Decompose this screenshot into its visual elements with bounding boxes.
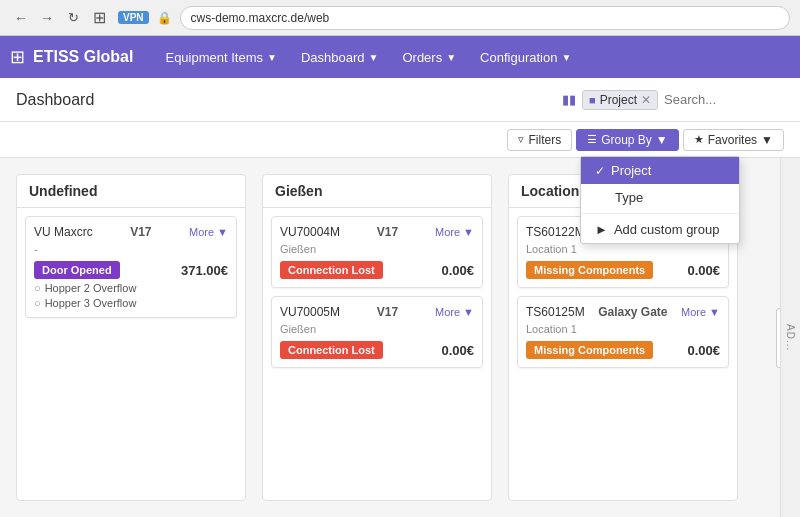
nav-arrow-equipment: ▼ (267, 52, 277, 63)
status-badge: Connection Lost (280, 341, 383, 359)
card-id: TS60122M (526, 225, 585, 239)
nav-equipment-items[interactable]: Equipment Items ▼ (153, 36, 288, 78)
tag-label: Project (600, 93, 637, 107)
list-item: ○ Hopper 2 Overflow (34, 282, 228, 294)
card-id: VU Maxcrc (34, 225, 93, 239)
back-button[interactable]: ← (10, 7, 32, 29)
card-subtitle: Location 1 (526, 323, 720, 335)
group-by-arrow: ▼ (656, 133, 668, 147)
card-header: TS60125M Galaxy Gate More ▼ (526, 305, 720, 319)
refresh-button[interactable]: ↻ (62, 7, 84, 29)
favorites-button[interactable]: ★ Favorites ▼ (683, 129, 784, 151)
nav-arrow-orders: ▼ (446, 52, 456, 63)
nav-configuration[interactable]: Configuration ▼ (468, 36, 583, 78)
tag-filter-icon: ■ (589, 94, 596, 106)
card-version: Galaxy Gate (598, 305, 667, 319)
status-badge: Missing Components (526, 261, 653, 279)
card-status-row: Missing Components 0.00€ (526, 341, 720, 359)
secondary-header: Dashboard ▮▮ ■ Project ✕ (0, 78, 800, 122)
filters-button[interactable]: ▿ Filters (507, 129, 572, 151)
card-amount: 0.00€ (441, 343, 474, 358)
card-header: VU Maxcrc V17 More ▼ (34, 225, 228, 239)
apps-button[interactable]: ⊞ (88, 7, 110, 29)
kanban-card: VU70004M V17 More ▼ Gießen Connection Lo… (271, 216, 483, 288)
card-subtitle: Gießen (280, 323, 474, 335)
card-id: TS60125M (526, 305, 585, 319)
app-logo: ETISS Global (33, 48, 133, 66)
toolbar: ▿ Filters ☰ Group By ▼ ★ Favorites ▼ ✓ P… (0, 122, 800, 158)
card-amount: 371.00€ (181, 263, 228, 278)
card-status-row: Connection Lost 0.00€ (280, 341, 474, 359)
dropdown-item-project[interactable]: ✓ Project (581, 157, 739, 184)
group-by-button[interactable]: ☰ Group By ▼ (576, 129, 679, 151)
card-status-row: Connection Lost 0.00€ (280, 261, 474, 279)
browser-bar: ← → ↻ ⊞ VPN 🔒 cws-demo.maxcrc.de/web (0, 0, 800, 36)
kanban-column-giessen: Gießen VU70004M V17 More ▼ Gießen Connec… (262, 174, 492, 501)
column-header-giessen: Gießen (263, 175, 491, 208)
forward-button[interactable]: → (36, 7, 58, 29)
card-status-row: Door Opened 371.00€ (34, 261, 228, 279)
status-badge: Missing Components (526, 341, 653, 359)
kanban-card: VU70005M V17 More ▼ Gießen Connection Lo… (271, 296, 483, 368)
card-subtitle: Gießen (280, 243, 474, 255)
dropdown-divider (581, 213, 739, 214)
card-more-button[interactable]: More ▼ (435, 306, 474, 318)
page-title: Dashboard (16, 91, 94, 109)
kanban-card: TS60125M Galaxy Gate More ▼ Location 1 M… (517, 296, 729, 368)
tag-close-button[interactable]: ✕ (641, 93, 651, 107)
vpn-badge: VPN (118, 11, 149, 24)
card-more-button[interactable]: More ▼ (189, 226, 228, 238)
check-icon: ✓ (595, 164, 605, 178)
star-icon: ★ (694, 133, 704, 146)
lock-icon: 🔒 (157, 11, 172, 25)
card-subtitle: - (34, 243, 228, 255)
nav-arrow-configuration: ▼ (561, 52, 571, 63)
dropdown-item-type[interactable]: Type (581, 184, 739, 211)
card-version: V17 (377, 225, 398, 239)
ad-label: AD... (780, 158, 800, 517)
card-id: VU70005M (280, 305, 340, 319)
search-input[interactable] (664, 92, 784, 107)
group-icon: ☰ (587, 133, 597, 146)
card-amount: 0.00€ (441, 263, 474, 278)
card-subtitle: Location 1 (526, 243, 720, 255)
kanban-card: VU Maxcrc V17 More ▼ - Door Opened 371.0… (25, 216, 237, 318)
column-header-undefined: Undefined (17, 175, 245, 208)
group-by-dropdown: ✓ Project Type ► Add custom group (580, 156, 740, 244)
nav-dashboard[interactable]: Dashboard ▼ (289, 36, 391, 78)
nav-arrow-dashboard: ▼ (369, 52, 379, 63)
filter-icon: ▿ (518, 133, 524, 146)
status-badge: Door Opened (34, 261, 120, 279)
add-icon: ► (595, 222, 608, 237)
card-amount: 0.00€ (687, 343, 720, 358)
card-id: VU70004M (280, 225, 340, 239)
app-header: ⊞ ETISS Global Equipment Items ▼ Dashboa… (0, 36, 800, 78)
main-nav: Equipment Items ▼ Dashboard ▼ Orders ▼ C… (153, 36, 583, 78)
card-version: V17 (377, 305, 398, 319)
card-more-button[interactable]: More ▼ (435, 226, 474, 238)
address-bar[interactable]: cws-demo.maxcrc.de/web (180, 6, 790, 30)
search-area: ▮▮ ■ Project ✕ (562, 90, 784, 110)
card-version: V17 (130, 225, 151, 239)
card-amount: 0.00€ (687, 263, 720, 278)
status-badge: Connection Lost (280, 261, 383, 279)
favorites-arrow: ▼ (761, 133, 773, 147)
search-grid-icon: ▮▮ (562, 92, 576, 107)
nav-buttons: ← → ↻ ⊞ (10, 7, 110, 29)
search-tag: ■ Project ✕ (582, 90, 658, 110)
card-header: VU70005M V17 More ▼ (280, 305, 474, 319)
card-header: VU70004M V17 More ▼ (280, 225, 474, 239)
dropdown-item-add-custom[interactable]: ► Add custom group (581, 216, 739, 243)
ad-text: AD... (785, 324, 796, 351)
column-cards-undefined: VU Maxcrc V17 More ▼ - Door Opened 371.0… (17, 208, 245, 326)
nav-orders[interactable]: Orders ▼ (390, 36, 468, 78)
grid-icon[interactable]: ⊞ (10, 46, 25, 68)
column-cards-giessen: VU70004M V17 More ▼ Gießen Connection Lo… (263, 208, 491, 376)
card-status-row: Missing Components 0.00€ (526, 261, 720, 279)
card-more-button[interactable]: More ▼ (681, 306, 720, 318)
kanban-column-undefined: Undefined VU Maxcrc V17 More ▼ - Door Op… (16, 174, 246, 501)
list-item: ○ Hopper 3 Overflow (34, 297, 228, 309)
